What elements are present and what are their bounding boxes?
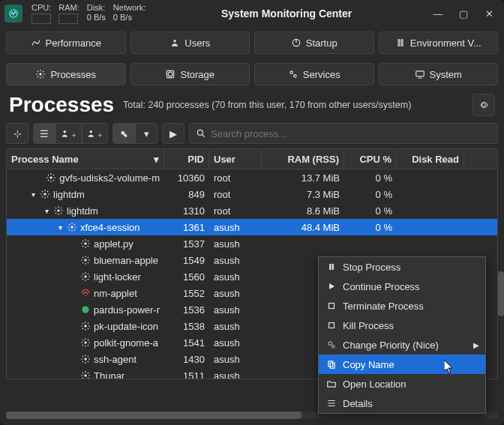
- select-dropdown[interactable]: ▾: [135, 123, 158, 144]
- process-icon: [46, 172, 56, 183]
- menu-continue-process[interactable]: Continue Process: [319, 277, 485, 296]
- user-proc-button[interactable]: ₊: [56, 123, 82, 144]
- table-row[interactable]: applet.py1537asush: [7, 235, 497, 252]
- tab-system[interactable]: System: [379, 63, 499, 85]
- tab-performance[interactable]: Performance: [6, 31, 126, 54]
- table-row[interactable]: ▾lightdm1310root8.6 MiB0 %: [7, 202, 497, 219]
- page-subtitle: Total: 240 processes (70 from this user,…: [123, 99, 464, 111]
- proc-pid: 1430: [164, 351, 209, 367]
- sys-stats: CPU: RAM: Disk:0 B/s Network:0 B/s: [32, 3, 146, 23]
- col-cpu[interactable]: CPU %: [344, 149, 397, 169]
- select-mode-button[interactable]: ⬉: [112, 123, 135, 144]
- maximize-button[interactable]: ▢: [453, 3, 474, 24]
- menu-open-location[interactable]: Open Location: [319, 374, 485, 394]
- ram-label: RAM:: [58, 3, 80, 12]
- table-row[interactable]: gvfs-udisks2-volume-m10360root13.7 MiB0 …: [7, 169, 497, 186]
- proc-cpu: [344, 235, 397, 252]
- process-icon: [80, 255, 91, 265]
- col-disk[interactable]: Disk Read: [397, 149, 464, 169]
- net-val: 0 B/s: [113, 13, 146, 22]
- proc-name: lightdm: [67, 205, 98, 217]
- svg-point-1: [174, 40, 177, 43]
- tree-arrow[interactable]: ▾: [29, 190, 37, 199]
- view-settings-button[interactable]: [472, 94, 495, 116]
- col-name[interactable]: Process Name▾: [7, 149, 164, 169]
- vertical-scrollbar[interactable]: [498, 256, 504, 361]
- menu-change-priority-nice-[interactable]: Change Priority (Nice)▶: [319, 335, 485, 355]
- proc-cpu: 0 %: [344, 169, 397, 186]
- expand-button[interactable]: ⊹: [6, 123, 28, 144]
- svg-point-16: [84, 242, 87, 245]
- svg-point-22: [84, 341, 87, 344]
- proc-user: asush: [209, 318, 262, 334]
- tab-storage[interactable]: Storage: [130, 63, 250, 85]
- menu-terminate-process[interactable]: Terminate Process: [319, 296, 485, 316]
- proc-pid: 1538: [164, 318, 209, 334]
- power-icon: [291, 37, 302, 48]
- proc-user: asush: [209, 252, 262, 268]
- close-button[interactable]: ✕: [478, 3, 500, 24]
- window-title: System Monitoring Center: [150, 7, 423, 19]
- table-row[interactable]: ▾lightdm849root7.3 MiB0 %: [7, 186, 497, 202]
- proc-cpu: 0 %: [344, 219, 397, 235]
- tab-users[interactable]: Users: [130, 31, 250, 54]
- proc-pid: 1511: [164, 367, 209, 379]
- process-icon: [80, 321, 91, 331]
- proc-disk: [397, 186, 464, 202]
- proc-ram: 8.6 MiB: [262, 202, 344, 219]
- menu-kill-process[interactable]: Kill Process: [319, 316, 485, 335]
- proc-ram: 7.3 MiB: [262, 186, 344, 202]
- svg-point-23: [84, 358, 87, 361]
- perf-icon: [31, 37, 41, 48]
- minimize-button[interactable]: —: [428, 3, 448, 24]
- proc-name: nm-applet: [94, 288, 137, 299]
- col-user[interactable]: User: [209, 149, 262, 169]
- proc-pid: 10360: [164, 169, 209, 186]
- process-icon: [80, 370, 91, 379]
- table-header: Process Name▾ PID User RAM (RSS) CPU % D…: [6, 148, 498, 169]
- tab-startup[interactable]: Startup: [254, 31, 374, 54]
- proc-ram: 48.4 MiB: [262, 219, 344, 235]
- col-pid[interactable]: PID: [164, 149, 209, 169]
- tree-arrow[interactable]: ▾: [56, 223, 64, 232]
- proc-pid: 1560: [164, 268, 209, 285]
- square-icon: [326, 320, 337, 331]
- menu-stop-process[interactable]: Stop Process: [319, 257, 485, 277]
- tab-processes[interactable]: Processes: [6, 63, 126, 85]
- all-proc-button[interactable]: ₊: [82, 123, 108, 144]
- svg-point-17: [84, 259, 87, 262]
- menu-label: Continue Process: [343, 281, 420, 292]
- vscroll-thumb[interactable]: [498, 271, 504, 316]
- proc-user: asush: [209, 351, 262, 367]
- play-button[interactable]: ▶: [162, 123, 184, 144]
- menu-label: Copy Name: [343, 359, 394, 370]
- svg-rect-27: [329, 304, 334, 309]
- svg-rect-25: [329, 264, 331, 270]
- menu-copy-name[interactable]: Copy Name: [319, 355, 485, 374]
- tree-arrow[interactable]: ▾: [43, 207, 50, 215]
- search-input[interactable]: [211, 128, 491, 139]
- proc-user: asush: [209, 367, 262, 379]
- view-header: Processes Total: 240 processes (70 from …: [0, 90, 504, 123]
- col-ram[interactable]: RAM (RSS): [262, 149, 344, 169]
- list-view-button[interactable]: ☰: [33, 123, 56, 144]
- svg-point-21: [84, 325, 87, 328]
- toolbar: ⊹ ☰ ₊ ₊ ⬉ ▾ ▶: [0, 123, 504, 148]
- proc-cpu: 0 %: [344, 186, 397, 202]
- proc-disk: [397, 202, 464, 219]
- proc-user: asush: [209, 235, 262, 252]
- table-row[interactable]: ▾xfce4-session1361asush48.4 MiB0 %: [7, 219, 497, 235]
- search-box[interactable]: [189, 123, 498, 144]
- tab-environment-v-[interactable]: Environment V...: [379, 31, 499, 54]
- svg-rect-28: [329, 323, 334, 328]
- tab-services[interactable]: Services: [254, 63, 374, 85]
- square-icon: [326, 301, 337, 311]
- menu-details[interactable]: Details: [319, 394, 485, 413]
- proc-user: asush: [209, 268, 262, 285]
- proc-name: polkit-gnome-a: [94, 337, 158, 349]
- cpu-graph: [32, 13, 51, 24]
- svg-rect-26: [332, 264, 334, 270]
- svg-point-30: [332, 346, 335, 349]
- proc-ram: 13.7 MiB: [262, 169, 344, 186]
- hscroll-thumb[interactable]: [6, 412, 302, 419]
